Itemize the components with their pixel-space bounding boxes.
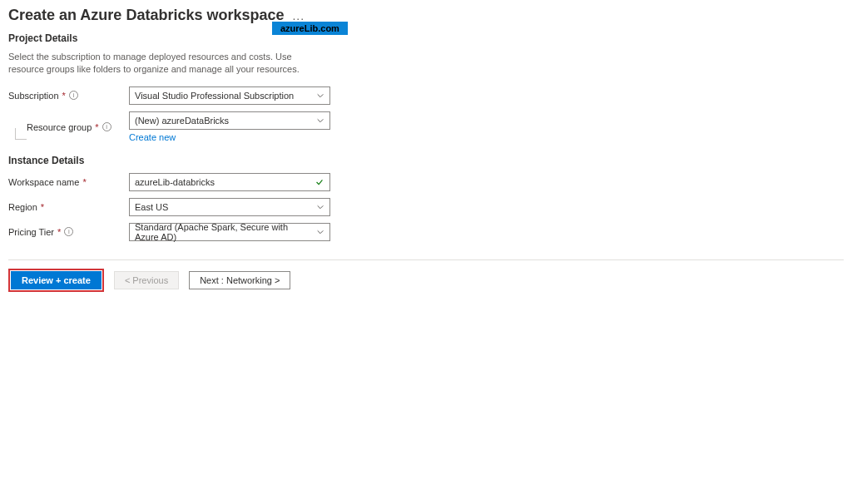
required-indicator: * (62, 91, 66, 101)
pricing-tier-select[interactable]: Standard (Apache Spark, Secure with Azur… (129, 223, 330, 241)
subscription-label-text: Subscription (8, 91, 59, 101)
region-value: East US (135, 202, 168, 212)
workspace-name-label: Workspace name * (8, 177, 129, 187)
info-icon[interactable]: i (102, 122, 111, 131)
footer-divider (8, 259, 844, 260)
required-indicator: * (41, 202, 44, 212)
workspace-name-label-text: Workspace name (8, 177, 79, 187)
subscription-label: Subscription * i (8, 91, 129, 101)
create-new-link[interactable]: Create new (129, 132, 176, 142)
subscription-value: Visual Studio Professional Subscription (135, 91, 294, 101)
more-actions-button[interactable]: ... (292, 9, 305, 22)
workspace-name-value: azureLib-databricks (135, 177, 215, 187)
resource-group-value: (New) azureDataBricks (135, 116, 229, 126)
subscription-row: Subscription * i Visual Studio Professio… (8, 86, 333, 105)
review-create-highlight: Review + create (8, 269, 104, 292)
project-details-description: Select the subscription to manage deploy… (8, 51, 316, 77)
region-label: Region * (8, 202, 129, 212)
region-row: Region * East US (8, 198, 333, 216)
required-indicator: * (95, 122, 98, 132)
region-select[interactable]: East US (129, 198, 330, 216)
workspace-name-input[interactable]: azureLib-databricks (129, 173, 330, 191)
workspace-name-row: Workspace name * azureLib-databricks (8, 173, 333, 191)
resource-group-label-text: Resource group (27, 122, 92, 132)
resource-group-row: Resource group * i (New) azureDataBricks… (8, 111, 333, 143)
project-details-heading: Project Details (8, 32, 333, 44)
tree-connector (15, 128, 27, 140)
chevron-down-icon (316, 203, 324, 211)
instance-details-heading: Instance Details (8, 155, 333, 166)
previous-button: < Previous (114, 271, 179, 289)
subscription-select[interactable]: Visual Studio Professional Subscription (129, 86, 330, 105)
pricing-tier-row: Pricing Tier * i Standard (Apache Spark,… (8, 223, 333, 241)
info-icon[interactable]: i (69, 91, 78, 100)
pricing-tier-label: Pricing Tier * i (8, 227, 129, 237)
page-title: Create an Azure Databricks workspace (8, 7, 284, 24)
resource-group-select[interactable]: (New) azureDataBricks (129, 111, 330, 130)
pricing-tier-value: Standard (Apache Spark, Secure with Azur… (135, 222, 311, 242)
next-button[interactable]: Next : Networking > (189, 271, 290, 289)
check-icon (315, 177, 324, 187)
review-create-button[interactable]: Review + create (11, 271, 102, 289)
info-icon[interactable]: i (64, 227, 73, 236)
chevron-down-icon (316, 228, 324, 236)
region-label-text: Region (8, 202, 37, 212)
required-indicator: * (82, 177, 86, 187)
chevron-down-icon (316, 91, 324, 100)
chevron-down-icon (316, 116, 324, 125)
required-indicator: * (57, 227, 61, 237)
footer-bar: Review + create < Previous Next : Networ… (8, 269, 844, 292)
pricing-tier-label-text: Pricing Tier (8, 227, 54, 237)
form-area: Project Details Select the subscription … (8, 32, 333, 241)
